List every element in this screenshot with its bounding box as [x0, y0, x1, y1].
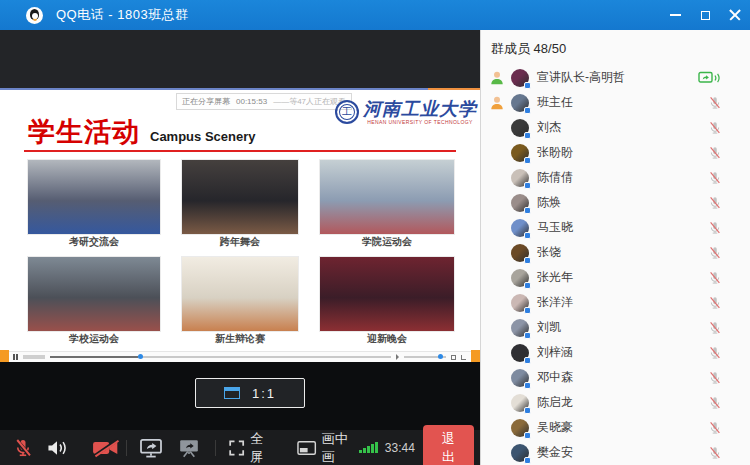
- member-row[interactable]: 宣讲队长-高明哲: [481, 65, 750, 90]
- avatar: [511, 244, 529, 262]
- signal-bars-icon: [359, 442, 378, 453]
- slide-title-rule: [24, 150, 456, 152]
- slide-photo: 跨年舞会: [182, 160, 298, 249]
- photo-image: [320, 257, 454, 331]
- fullscreen-label: 全屏: [250, 430, 275, 465]
- player-download-icon[interactable]: [461, 355, 466, 360]
- photo-image: [28, 160, 160, 234]
- ratio-1-1-button[interactable]: 1:1: [195, 378, 305, 408]
- member-name: 陈焕: [537, 194, 561, 211]
- member-row[interactable]: 刘杰: [481, 115, 750, 140]
- member-name: 吴晓豪: [537, 419, 573, 436]
- mic-muted-icon[interactable]: [708, 271, 722, 285]
- university-name: 河南工业大学: [363, 100, 477, 118]
- member-row[interactable]: 陈焕: [481, 190, 750, 215]
- mobile-online-badge: [524, 82, 531, 89]
- screen-share-button[interactable]: [139, 430, 163, 465]
- member-row[interactable]: 陈启龙: [481, 390, 750, 415]
- camera-off-button[interactable]: [92, 430, 120, 465]
- stage-top-strip: [0, 30, 480, 88]
- slide-photo: 学院运动会: [320, 160, 454, 249]
- pause-icon[interactable]: [13, 354, 18, 360]
- maximize-icon: [701, 11, 710, 20]
- member-row[interactable]: 马玉晓: [481, 215, 750, 240]
- member-row[interactable]: 陈倩倩: [481, 165, 750, 190]
- mic-muted-icon[interactable]: [708, 296, 722, 310]
- video-player-bar: [0, 351, 480, 362]
- mic-muted-icon[interactable]: [708, 396, 722, 410]
- volume-slider[interactable]: [404, 356, 446, 358]
- avatar: [511, 194, 529, 212]
- mobile-online-badge: [524, 182, 531, 189]
- mobile-online-badge: [524, 307, 531, 314]
- avatar: [511, 219, 529, 237]
- mic-muted-icon[interactable]: [708, 421, 722, 435]
- member-row[interactable]: 刘凯: [481, 315, 750, 340]
- mic-muted-icon[interactable]: [708, 96, 722, 110]
- speaker-icon: [46, 438, 68, 458]
- mobile-online-badge: [524, 157, 531, 164]
- member-row[interactable]: 张盼盼: [481, 140, 750, 165]
- slide-photo: 新生辩论赛: [182, 257, 298, 346]
- member-name: 邓中森: [537, 369, 573, 386]
- call-toolbar: 全屏 画中画 33:44 退出: [0, 430, 480, 465]
- pip-button[interactable]: 画中画: [297, 430, 359, 465]
- member-row[interactable]: 樊金安: [481, 440, 750, 465]
- speaker-button[interactable]: [46, 430, 68, 465]
- maximize-button[interactable]: [690, 0, 720, 30]
- seek-bar[interactable]: [50, 356, 392, 358]
- seek-knob[interactable]: [138, 354, 143, 359]
- mic-muted-icon[interactable]: [708, 346, 722, 360]
- shared-slide: 正在分享屏幕 00:15:53 ——等47人正在观看 工 河南工业大学 HENA…: [0, 88, 480, 362]
- member-list: 宣讲队长-高明哲 班主任: [481, 65, 750, 465]
- member-panel: 群成员 48/50 宣讲队长-高明哲: [480, 30, 750, 465]
- mic-muted-icon[interactable]: [708, 246, 722, 260]
- member-row[interactable]: 邓中森: [481, 365, 750, 390]
- photo-caption: 新生辩论赛: [182, 332, 298, 346]
- member-row[interactable]: 吴晓豪: [481, 415, 750, 440]
- mic-muted-button[interactable]: [12, 430, 34, 465]
- volume-icon[interactable]: [396, 354, 399, 360]
- member-row[interactable]: 张饶: [481, 240, 750, 265]
- mic-muted-icon[interactable]: [708, 371, 722, 385]
- avatar: [511, 444, 529, 462]
- minimize-button[interactable]: [660, 0, 690, 30]
- qq-call-window: QQ电话 - 1803班总群 正在分享屏幕 00:15:53 ——等47人正在观…: [0, 0, 750, 465]
- mic-muted-icon[interactable]: [708, 221, 722, 235]
- member-row[interactable]: 张光年: [481, 265, 750, 290]
- screen-share-icon: [139, 438, 163, 458]
- photo-caption: 迎新晚会: [320, 332, 454, 346]
- whiteboard-share-button[interactable]: [177, 430, 201, 465]
- university-logo: 工 河南工业大学 HENAN UNIVERSITY OF TECHNOLOGY: [335, 100, 477, 125]
- fullscreen-button[interactable]: 全屏: [228, 430, 275, 465]
- mobile-online-badge: [524, 232, 531, 239]
- member-row[interactable]: 张洋洋: [481, 290, 750, 315]
- share-frame-corner-left: [0, 350, 9, 362]
- member-name: 张饶: [537, 244, 561, 261]
- exit-call-button[interactable]: 退出: [423, 425, 474, 465]
- mic-muted-icon[interactable]: [708, 196, 722, 210]
- member-row[interactable]: 刘梓涵: [481, 340, 750, 365]
- mic-muted-icon[interactable]: [708, 446, 722, 460]
- member-panel-header: 群成员 48/50: [481, 30, 750, 65]
- fullscreen-icon: [228, 439, 245, 457]
- member-row[interactable]: 班主任: [481, 90, 750, 115]
- avatar: [511, 369, 529, 387]
- close-button[interactable]: [720, 0, 750, 30]
- shared-screen-view: 正在分享屏幕 00:15:53 ——等47人正在观看 工 河南工业大学 HENA…: [0, 30, 480, 465]
- mic-muted-icon[interactable]: [708, 121, 722, 135]
- slide-top-border: [0, 88, 480, 90]
- slide-header: 学生活动 Campus Scenery: [28, 114, 256, 150]
- mic-muted-icon[interactable]: [708, 321, 722, 335]
- mobile-online-badge: [524, 382, 531, 389]
- member-name: 刘杰: [537, 119, 561, 136]
- mic-muted-icon[interactable]: [708, 171, 722, 185]
- member-name: 刘梓涵: [537, 344, 573, 361]
- avatar: [511, 344, 529, 362]
- volume-knob[interactable]: [438, 354, 443, 359]
- member-name: 张洋洋: [537, 294, 573, 311]
- sharing-status-banner: 正在分享屏幕 00:15:53 ——等47人正在观看: [176, 93, 352, 110]
- player-fullscreen-icon[interactable]: [451, 355, 456, 360]
- mic-muted-icon[interactable]: [708, 146, 722, 160]
- mobile-online-badge: [524, 332, 531, 339]
